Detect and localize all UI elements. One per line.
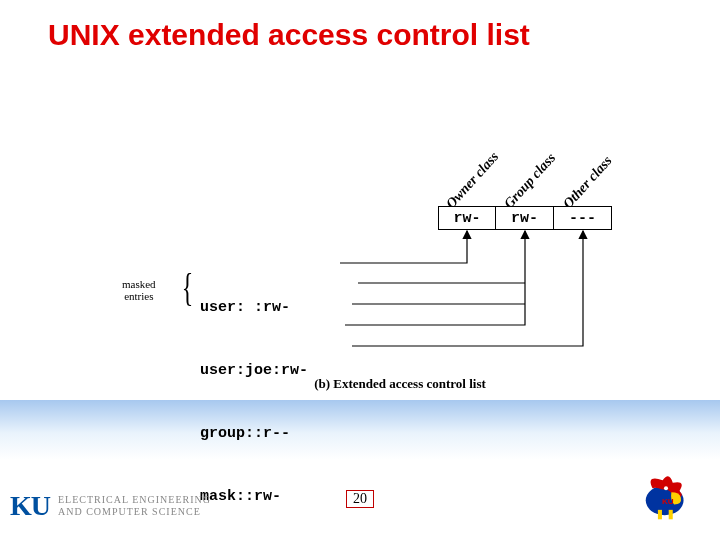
ku-logo: KU (10, 490, 50, 522)
svg-point-1 (664, 486, 668, 490)
perm-owner: rw- (438, 206, 496, 230)
jayhawk-logo: KU (630, 468, 702, 522)
department-name: ELECTRICAL ENGINEERING AND COMPUTER SCIE… (58, 494, 211, 518)
svg-text:KU: KU (662, 497, 674, 506)
dept-l2: AND COMPUTER SCIENCE (58, 506, 201, 517)
dept-l1: ELECTRICAL ENGINEERING (58, 494, 211, 505)
acl-diagram: Owner class Group class Other class rw- … (130, 130, 670, 420)
footer-left: KU ELECTRICAL ENGINEERING AND COMPUTER S… (10, 490, 211, 522)
group-class-label: Group class (501, 150, 559, 212)
page-number: 20 (346, 490, 374, 508)
svg-rect-2 (658, 510, 662, 519)
other-class-label: Other class (560, 153, 615, 212)
slide-title: UNIX extended access control list (48, 18, 530, 52)
diagram-caption: (b) Extended access control list (130, 376, 670, 392)
permission-boxes: rw- rw- --- (438, 206, 612, 230)
svg-rect-3 (669, 510, 673, 519)
acl-group: group::r-- (200, 423, 308, 444)
perm-group: rw- (496, 206, 554, 230)
acl-entry-list: user: :rw- user:joe:rw- group::r-- mask:… (200, 255, 308, 540)
perm-other: --- (554, 206, 612, 230)
owner-class-label: Owner class (443, 149, 502, 212)
masked-label-l1: masked (122, 278, 156, 290)
brace-icon: { (182, 268, 194, 308)
ku-logo-text: KU (10, 490, 50, 521)
acl-user: user: :rw- (200, 297, 308, 318)
masked-label-l2: entries (124, 290, 153, 302)
masked-entries-label: masked entries (122, 278, 156, 302)
acl-mask: mask::rw- (200, 486, 308, 507)
